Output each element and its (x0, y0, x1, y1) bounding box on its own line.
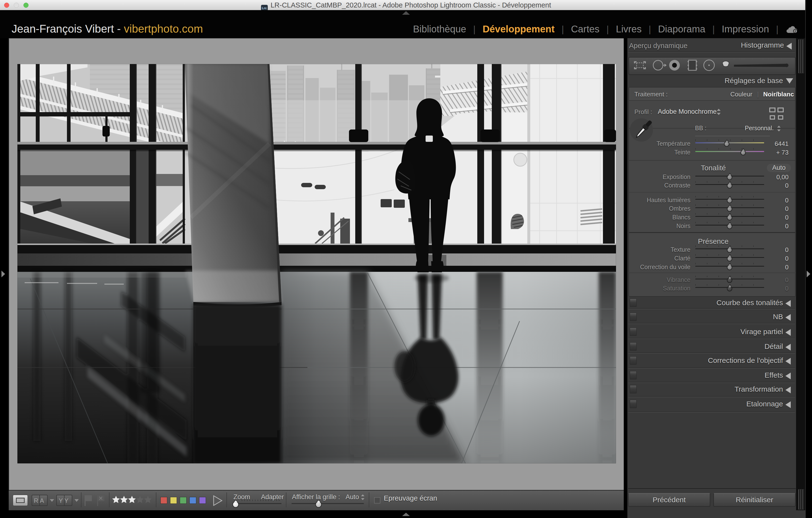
svg-text:!: ! (795, 29, 796, 33)
